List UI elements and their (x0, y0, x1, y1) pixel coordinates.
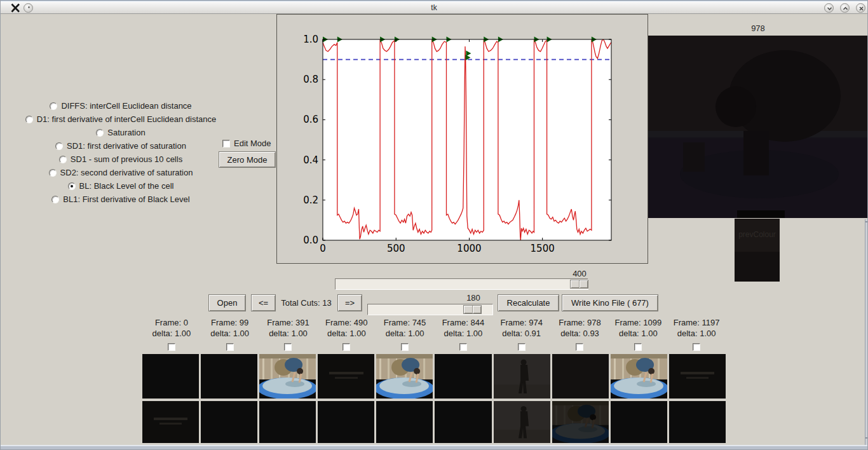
thumbnail-black[interactable] (318, 401, 374, 443)
cut-frame-column-9: Frame: 1197delta: 1.00 (667, 317, 726, 353)
window-slider-handle[interactable] (463, 305, 482, 314)
cut-frame-column-0: Frame: 0delta: 1.00 (142, 317, 201, 353)
cut-frame-column-8: Frame: 1099delta: 1.00 (609, 317, 667, 353)
radio-icon[interactable] (55, 142, 63, 150)
radio-icon[interactable] (51, 196, 59, 203)
open-button[interactable]: Open (208, 294, 246, 311)
thumbnail-black[interactable] (435, 354, 491, 399)
cut-frame-column-7: Frame: 978delta: 0.93 (551, 317, 609, 353)
thumbnail-pool[interactable] (376, 354, 433, 399)
thumbnail-darktext[interactable] (318, 354, 374, 399)
cut-select-checkbox[interactable] (518, 343, 526, 351)
svg-text:0.8: 0.8 (303, 74, 318, 85)
prev-colour-label: prevColour (735, 230, 780, 239)
radio-icon[interactable] (49, 169, 57, 177)
frame-label: Frame: 745 (376, 317, 434, 328)
thumbnail-black[interactable] (201, 354, 257, 399)
frame-label: Frame: 99 (201, 317, 259, 328)
metric-radio-option-6[interactable]: BL: Black Level of the cell (0, 179, 241, 193)
cut-frame-column-6: Frame: 974delta: 0.91 (492, 317, 551, 353)
thumbnail-black[interactable] (611, 401, 667, 443)
window-title: tk (0, 3, 868, 12)
metric-radio-option-1[interactable]: D1: first derivative of interCell Euclid… (0, 112, 241, 126)
vertical-scrollbar[interactable] (865, 219, 868, 445)
thumbnail-silhouette[interactable] (494, 354, 550, 399)
thumbnail-silhouette[interactable] (494, 401, 550, 443)
svg-text:0.0: 0.0 (303, 235, 318, 246)
thumbnail-black[interactable] (376, 401, 433, 443)
next-cut-button[interactable]: => (337, 294, 362, 311)
delta-label: delta: 1.00 (259, 328, 318, 339)
metric-radio-option-2[interactable]: Saturation (0, 126, 241, 139)
cut-detection-plot[interactable]: 0500100015000.00.20.40.60.81.0 (276, 14, 648, 264)
thumbnail-dimpool[interactable] (552, 401, 609, 443)
frame-label: Frame: 1197 (667, 317, 726, 328)
frame-label: Frame: 974 (492, 317, 551, 328)
delta-label: delta: 1.00 (376, 328, 434, 339)
metric-radio-label: Saturation (107, 128, 145, 137)
cut-select-checkbox[interactable] (342, 343, 350, 351)
edit-mode-label: Edit Mode (234, 139, 271, 148)
cut-frame-column-5: Frame: 844delta: 1.00 (434, 317, 492, 353)
plot-canvas[interactable]: 0500100015000.00.20.40.60.81.0 (277, 15, 648, 263)
radio-icon[interactable] (50, 102, 57, 110)
radio-icon[interactable] (25, 116, 33, 123)
thumbnail-black[interactable] (142, 354, 199, 399)
thumbnail-pool[interactable] (259, 354, 316, 399)
window-slider[interactable] (367, 304, 493, 315)
delta-label: delta: 1.00 (434, 328, 492, 339)
delta-label: delta: 1.00 (609, 328, 667, 339)
frame-label: Frame: 0 (142, 317, 201, 328)
close-icon[interactable] (856, 3, 865, 13)
thumbnail-darktext[interactable] (142, 401, 199, 443)
cut-select-checkbox[interactable] (401, 343, 409, 351)
thumbnail-black[interactable] (259, 401, 316, 443)
metric-radio-option-7[interactable]: BL1: First derivative of Black Level (0, 193, 241, 206)
frame-label: Frame: 1099 (609, 317, 667, 328)
thumbnail-black[interactable] (669, 401, 726, 443)
metric-radio-label: DIFFS: interCell Euclidean distance (61, 101, 191, 111)
cut-frame-column-2: Frame: 391delta: 1.00 (259, 317, 318, 353)
radio-icon[interactable] (96, 129, 104, 137)
cut-select-checkbox[interactable] (576, 343, 583, 351)
metric-radio-label: BL: Black Level of the cell (79, 181, 174, 191)
threshold-slider-value: 400 (569, 269, 590, 278)
cut-select-checkbox[interactable] (168, 343, 175, 351)
metric-radio-label: SD2: second derivative of saturation (60, 168, 193, 177)
metric-radio-label: SD1: first derivative of saturation (67, 141, 186, 151)
threshold-slider-handle[interactable] (570, 280, 588, 289)
thumbnail-black[interactable] (435, 401, 491, 443)
delta-label: delta: 1.00 (201, 328, 259, 339)
chevron-up-icon[interactable] (840, 3, 850, 13)
thumbnail-darktext[interactable] (669, 354, 726, 399)
radio-icon[interactable] (59, 156, 67, 163)
cut-select-checkbox[interactable] (284, 343, 292, 351)
recalculate-button[interactable]: Recalculate (498, 294, 559, 311)
metric-radio-option-5[interactable]: SD2: second derivative of saturation (0, 166, 241, 179)
thumbnail-dark[interactable] (552, 354, 609, 399)
radio-icon[interactable] (68, 182, 76, 190)
metric-radio-option-3[interactable]: SD1: first derivative of saturation (0, 139, 241, 153)
metric-radio-option-4[interactable]: SD1 - sum of previous 10 cells (0, 153, 241, 166)
thumbnail-black[interactable] (201, 401, 257, 443)
bottom-window-edge (0, 445, 868, 450)
threshold-slider[interactable] (335, 278, 588, 290)
zero-mode-button[interactable]: Zero Mode (219, 151, 276, 168)
write-kino-file-button[interactable]: Write Kino File ( 677) (562, 294, 658, 311)
cut-select-checkbox[interactable] (634, 343, 642, 351)
delta-label: delta: 1.00 (317, 328, 376, 339)
metric-radio-option-0[interactable]: DIFFS: interCell Euclidean distance (0, 99, 241, 112)
thumbnail-pool[interactable] (611, 354, 667, 399)
cut-select-checkbox[interactable] (459, 343, 467, 351)
window-slider-value: 180 (463, 293, 484, 303)
cut-select-checkbox[interactable] (693, 343, 700, 351)
cut-select-checkbox[interactable] (226, 343, 234, 351)
svg-text:500: 500 (387, 243, 405, 254)
chevron-down-icon[interactable] (824, 3, 834, 13)
delta-label: delta: 0.93 (551, 328, 609, 339)
prev-cut-button[interactable]: <= (251, 294, 276, 311)
svg-text:1000: 1000 (457, 243, 481, 254)
edit-mode-checkbox[interactable] (222, 140, 230, 147)
frame-label: Frame: 391 (259, 317, 318, 328)
svg-text:0.2: 0.2 (303, 194, 318, 206)
